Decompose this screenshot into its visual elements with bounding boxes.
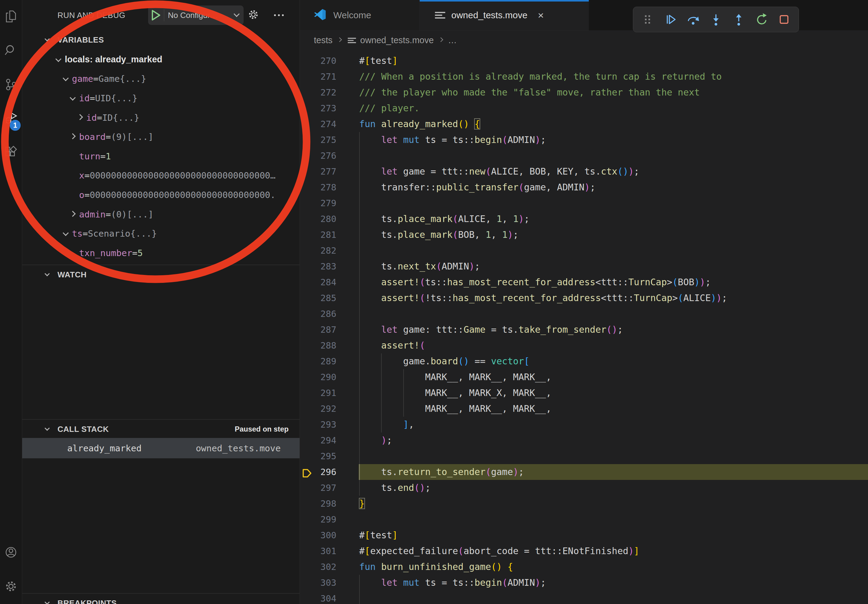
code-line[interactable]: 301#[expected_failure(abort_code = ttt::…	[300, 543, 868, 559]
line-number-gutter[interactable]: 279	[300, 195, 344, 211]
line-number-gutter[interactable]: 281	[300, 227, 344, 243]
code-line[interactable]: 290 MARK__, MARK__, MARK__,	[300, 369, 868, 385]
variable-row[interactable]: admin = (0)[...]	[22, 205, 299, 224]
code-editor[interactable]: 270#[test]271/// When a position is alre…	[300, 50, 868, 604]
debug-settings-button[interactable]	[246, 9, 260, 22]
chevron-right-icon[interactable]	[74, 116, 86, 119]
line-number-gutter[interactable]: 275	[300, 132, 344, 148]
activity-item-account[interactable]	[0, 536, 22, 570]
variables-scope-row[interactable]: locals: already_marked	[22, 50, 299, 69]
variable-row[interactable]: x = 0000000000000000000000000000000000…	[22, 166, 299, 186]
code-line[interactable]: 276	[300, 148, 868, 164]
call-stack-section-header[interactable]: CALL STACK Paused on step	[22, 420, 299, 438]
line-number-gutter[interactable]: 299	[300, 511, 344, 527]
line-number-gutter[interactable]: 301	[300, 543, 344, 559]
breadcrumb-item-file[interactable]: owned_tests.move	[360, 35, 434, 45]
line-number-gutter[interactable]: 295	[300, 448, 344, 464]
line-number-gutter[interactable]: 292	[300, 401, 344, 417]
code-line[interactable]: 292 MARK__, MARK__, MARK__,	[300, 401, 868, 417]
variable-row[interactable]: board = (9)[...]	[22, 127, 299, 147]
code-line[interactable]: 270#[test]	[300, 53, 868, 69]
code-line[interactable]: 303 let mut ts = ts::begin(ADMIN);	[300, 575, 868, 591]
line-number-gutter[interactable]: 271	[300, 69, 344, 85]
line-number-gutter[interactable]: 304	[300, 591, 344, 604]
step-out-button[interactable]	[730, 11, 747, 28]
line-number-gutter[interactable]: 296	[300, 464, 344, 480]
line-number-gutter[interactable]: 276	[300, 148, 344, 164]
line-number-gutter[interactable]: 273	[300, 101, 344, 116]
code-line[interactable]: 287 let game: ttt::Game = ts.take_from_s…	[300, 322, 868, 338]
code-line[interactable]: 271/// When a position is already marked…	[300, 69, 868, 85]
activity-item-run-and-debug[interactable]: 1	[0, 102, 22, 136]
continue-button[interactable]	[662, 11, 679, 28]
breakpoints-section-header[interactable]: BREAKPOINTS	[22, 594, 299, 604]
step-into-button[interactable]	[707, 11, 724, 28]
line-number-gutter[interactable]: 288	[300, 338, 344, 353]
line-number-gutter[interactable]: 283	[300, 259, 344, 274]
start-debug-icon[interactable]	[148, 9, 164, 21]
code-line[interactable]: 281 ts.place_mark(BOB, 1, 1);	[300, 227, 868, 243]
line-number-gutter[interactable]: 293	[300, 417, 344, 432]
activity-item-extensions[interactable]	[0, 136, 22, 170]
line-number-gutter[interactable]: 270	[300, 53, 344, 69]
chevron-down-icon[interactable]	[52, 58, 65, 61]
line-number-gutter[interactable]: 274	[300, 116, 344, 132]
variable-row[interactable]: ts = Scenario{...}	[22, 224, 299, 243]
code-line[interactable]: 280 ts.place_mark(ALICE, 1, 1);	[300, 211, 868, 227]
debug-config-dropdown[interactable]: No Configur…	[148, 5, 243, 25]
code-line[interactable]: 297 ts.end();	[300, 480, 868, 496]
code-line[interactable]: 289 game.board() == vector[	[300, 353, 868, 369]
code-line[interactable]: 288 assert!(	[300, 338, 868, 353]
activity-item-source-control[interactable]	[0, 68, 22, 102]
line-number-gutter[interactable]: 280	[300, 211, 344, 227]
code-line[interactable]: 300#[test]	[300, 527, 868, 543]
code-line[interactable]: 282	[300, 243, 868, 259]
code-line[interactable]: 279	[300, 195, 868, 211]
code-line[interactable]: 284 assert!(ts::has_most_recent_for_addr…	[300, 274, 868, 290]
code-line[interactable]: 295	[300, 448, 868, 464]
variable-row[interactable]: txn_number = 5	[22, 243, 299, 263]
code-line[interactable]: 293 ],	[300, 417, 868, 432]
chevron-down-icon[interactable]	[66, 97, 79, 100]
line-number-gutter[interactable]: 282	[300, 243, 344, 259]
code-line[interactable]: 304	[300, 591, 868, 604]
line-number-gutter[interactable]: 286	[300, 306, 344, 322]
line-number-gutter[interactable]: 298	[300, 496, 344, 511]
code-line[interactable]: 302fun burn_unfinished_game() {	[300, 559, 868, 575]
code-line-current[interactable]: 296 ts.return_to_sender(game);	[300, 464, 868, 480]
restart-button[interactable]	[753, 11, 770, 28]
line-number-gutter[interactable]: 277	[300, 164, 344, 180]
line-number-gutter[interactable]: 278	[300, 180, 344, 195]
breadcrumb-item-symbol[interactable]: …	[448, 35, 457, 45]
line-number-gutter[interactable]: 294	[300, 432, 344, 448]
line-number-gutter[interactable]: 297	[300, 480, 344, 496]
code-line[interactable]: 272/// the player who made the "false" m…	[300, 85, 868, 101]
line-number-gutter[interactable]: 300	[300, 527, 344, 543]
code-line[interactable]: 277 let game = ttt::new(ALICE, BOB, KEY,…	[300, 164, 868, 180]
code-line[interactable]: 286	[300, 306, 868, 322]
chevron-down-icon[interactable]	[59, 232, 72, 235]
code-line[interactable]: 275 let mut ts = ts::begin(ADMIN);	[300, 132, 868, 148]
breadcrumb-item-tests[interactable]: tests	[314, 35, 332, 45]
code-line[interactable]: 291 MARK__, MARK_X, MARK__,	[300, 385, 868, 401]
more-actions-button[interactable]	[272, 9, 285, 22]
tab-welcome[interactable]: Welcome	[300, 0, 420, 30]
watch-section-header[interactable]: WATCH	[22, 265, 299, 284]
line-number-gutter[interactable]: 289	[300, 353, 344, 369]
variable-row[interactable]: game = Game{...}	[22, 69, 299, 89]
code-line[interactable]: 298}	[300, 496, 868, 511]
line-number-gutter[interactable]: 284	[300, 274, 344, 290]
variable-row[interactable]: o = 0000000000000000000000000000000000.	[22, 185, 299, 205]
toolbar-drag-grip[interactable]	[639, 11, 656, 28]
line-number-gutter[interactable]: 285	[300, 290, 344, 306]
chevron-right-icon[interactable]	[66, 135, 79, 138]
close-icon[interactable]: ×	[538, 10, 544, 20]
line-number-gutter[interactable]: 272	[300, 85, 344, 101]
variable-row[interactable]: id = ID{...}	[22, 108, 299, 127]
code-line[interactable]: 285 assert!(!ts::has_most_recent_for_add…	[300, 290, 868, 306]
line-number-gutter[interactable]: 287	[300, 322, 344, 338]
code-line[interactable]: 273/// player.	[300, 101, 868, 116]
chevron-right-icon[interactable]	[66, 213, 79, 216]
line-number-gutter[interactable]: 291	[300, 385, 344, 401]
line-number-gutter[interactable]: 302	[300, 559, 344, 575]
